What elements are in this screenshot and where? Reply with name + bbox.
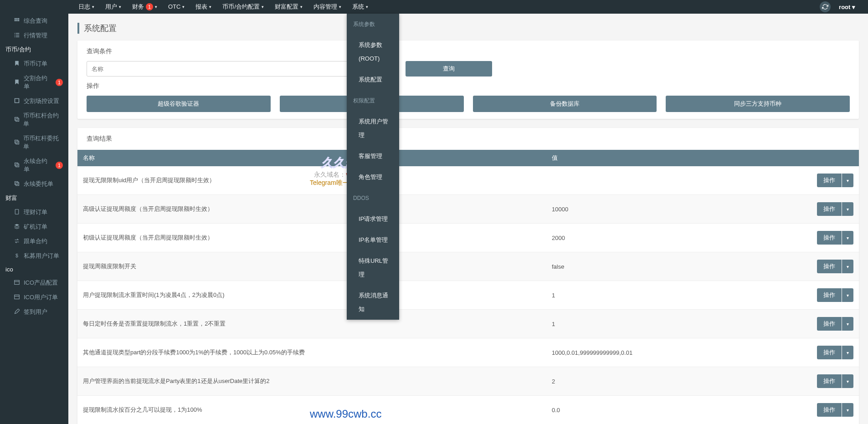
cell-name: 提现限制流水按百分之几可以提现，1为100% [77,396,546,424]
dropdown-item[interactable]: IP请求管理 [347,209,399,230]
dropdown-item[interactable]: 角色管理 [347,167,399,188]
caret-down-icon: ▾ [300,0,303,14]
row-action-button[interactable]: 操作 [817,346,842,359]
sidebar-item-label: 币币订单 [24,60,47,68]
dropdown-item[interactable]: 特殊URL管理 [347,250,399,285]
dropdown-item[interactable]: 系统配置 [347,69,399,90]
user-name-label: root [839,4,850,10]
caret-down-icon: ▾ [119,0,121,14]
cell-value: 2 [546,367,742,396]
query-heading: 查询条件 [87,47,850,56]
row-action-button[interactable]: 操作 [817,202,842,216]
sidebar-item-label: 综合查询 [24,17,47,25]
sidebar-item[interactable]: 签到用户 [0,305,68,319]
cell-ops: 操作▾ [742,396,859,424]
sidebar-item-label: 永续合约单 [24,157,53,174]
sidebar-item[interactable]: 币币杠杆委托单 [0,131,68,154]
sidebar-item[interactable]: 理财订单 [0,205,68,220]
row-action-button[interactable]: 操作 [817,374,842,388]
dropdown-item[interactable]: 系统参数(ROOT) [347,35,399,69]
cell-ops: 操作▾ [742,367,859,396]
cell-name: 每日定时任务是否重置提现限制流水，1重置，2不重置 [77,310,546,338]
topnav-item-4[interactable]: 报表▾ [190,0,217,14]
topnav-item-7[interactable]: 内容管理▾ [308,0,347,14]
table-row: 其他通道提现类型part的分段手续费1000为1%的手续费，1000以上为0.0… [77,338,859,367]
table-row: 高级认证提现周额度（当开启周提现限额时生效）10000操作▾ [77,195,859,224]
row-action-button[interactable]: 操作 [817,174,842,187]
sidebar-item[interactable]: 交割场控设置 [0,94,68,108]
sidebar-item[interactable]: ICO用户订单 [0,290,68,305]
dropdown-item[interactable]: 系统消息通知 [347,285,399,320]
table-row: 用户提现限制流水重置时间(1为凌晨4点，2为凌晨0点)1操作▾ [77,281,859,310]
query-button[interactable]: 查询 [406,61,492,77]
cell-name: 提现无限限制uid用户（当开启周提现限额时生效） [77,166,546,195]
sync-icon[interactable] [820,1,831,12]
sidebar-item-label: 理财订单 [24,208,47,216]
dropdown-group-header: 系统参数 [347,14,399,35]
topnav-item-6[interactable]: 财富配置▾ [269,0,308,14]
row-action-button[interactable]: 操作 [817,317,842,331]
svg-rect-17 [15,163,18,166]
sidebar-item[interactable]: 综合查询 [0,14,68,28]
sidebar-item-label: 跟单合约 [24,237,47,245]
sidebar-group-header: 财富 [0,191,68,205]
action-button-0[interactable]: 超级谷歌验证器 [87,96,271,112]
sidebar-item[interactable]: 行情管理 [0,28,68,43]
row-action-button[interactable]: 操作 [817,403,842,417]
row-action-caret[interactable]: ▾ [842,317,853,331]
sidebar-item[interactable]: 矿机订单 [0,220,68,234]
dropdown-item[interactable]: IP名单管理 [347,230,399,250]
dropdown-item[interactable]: 系统用户管理 [347,111,399,146]
topnav-item-3[interactable]: OTC▾ [163,0,190,14]
topnav-item-1[interactable]: 用户▾ [100,0,127,14]
table-row: 每日定时任务是否重置提现限制流水，1重置，2不重置1操作▾ [77,310,859,338]
sidebar-item-label: ICO用户订单 [24,293,58,301]
sidebar-item[interactable]: 永续合约单1 [0,154,68,177]
action-button-3[interactable]: 同步三方支持币种 [666,96,850,112]
row-action-caret[interactable]: ▾ [842,202,853,216]
svg-rect-23 [15,280,20,284]
row-action-caret[interactable]: ▾ [842,260,853,273]
topnav-item-2[interactable]: 财务1▾ [127,0,163,14]
action-button-2[interactable]: 备份数据库 [473,96,657,112]
top-bar: 日志▾用户▾财务1▾OTC▾报表▾币币/合约配置▾财富配置▾内容管理▾系统▾系统… [0,0,868,14]
sidebar-item[interactable]: $私募用户订单 [0,249,68,263]
user-menu[interactable]: root ▾ [835,4,859,10]
row-action-button[interactable]: 操作 [817,288,842,302]
copy-icon [14,139,20,146]
row-action-caret[interactable]: ▾ [842,403,853,417]
sidebar-item[interactable]: 永续委托单 [0,177,68,191]
row-action-button[interactable]: 操作 [817,231,842,245]
sidebar-item[interactable]: 币币订单 [0,56,68,71]
caret-down-icon: ▾ [155,0,157,14]
cell-value: 0.0 [546,396,742,424]
topnav-label: 财务 [132,0,144,14]
caret-down-icon: ▾ [850,4,855,10]
sidebar: 综合查询行情管理币币/合约币币订单交割合约单1交割场控设置币币杠杆合约单币币杠杆… [0,14,68,424]
topnav-item-5[interactable]: 币币/合约配置▾ [217,0,269,14]
sidebar-item[interactable]: 交割合约单1 [0,71,68,94]
row-action-caret[interactable]: ▾ [842,346,853,359]
dropdown-item[interactable]: 客服管理 [347,146,399,167]
svg-rect-6 [15,33,15,34]
svg-rect-13 [15,117,18,120]
name-input[interactable] [87,61,378,77]
row-action-caret[interactable]: ▾ [842,231,853,245]
col-value-header: 值 [546,150,742,166]
cell-ops: 操作▾ [742,310,859,338]
topnav-item-0[interactable]: 日志▾ [73,0,100,14]
svg-rect-20 [16,182,19,185]
bookmark-icon [14,79,20,86]
col-name-header: 名称 [77,150,546,166]
topnav-item-8[interactable]: 系统▾系统参数系统参数(ROOT)系统配置权限配置系统用户管理客服管理角色管理D… [347,0,374,14]
topnav-label: 报表 [195,0,207,14]
sidebar-item[interactable]: ICO产品配置 [0,276,68,290]
cell-ops: 操作▾ [742,281,859,310]
sidebar-item[interactable]: 币币杠杆合约单 [0,108,68,131]
result-panel: 查询结果 名称 值 提现无限限制uid用户（当开启周提现限额时生效）操作▾高级认… [77,128,859,424]
row-action-caret[interactable]: ▾ [842,288,853,302]
row-action-caret[interactable]: ▾ [842,374,853,388]
sidebar-item[interactable]: 跟单合约 [0,234,68,249]
row-action-button[interactable]: 操作 [817,260,842,273]
row-action-caret[interactable]: ▾ [842,174,853,187]
